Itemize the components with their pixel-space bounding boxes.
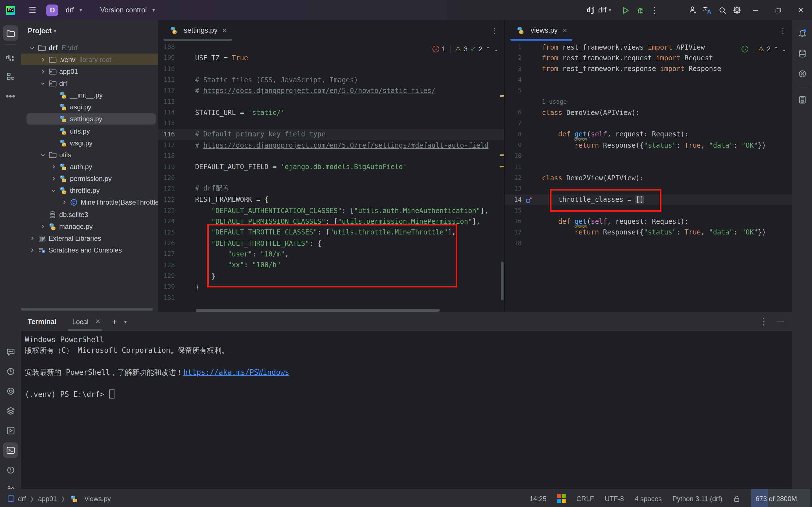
- line-number[interactable]: 114: [158, 109, 175, 116]
- services-icon[interactable]: [3, 423, 18, 438]
- tree-item-drf[interactable]: drfE:\drf: [21, 42, 158, 54]
- code-text[interactable]: from rest_framework.views import APIView: [522, 43, 705, 51]
- line-number[interactable]: 115: [158, 120, 175, 127]
- line-number[interactable]: 129: [158, 272, 175, 280]
- terminal-tab-local[interactable]: Local: [71, 312, 89, 331]
- line-number[interactable]: 16: [505, 218, 522, 225]
- editor-hscrollbar[interactable]: [196, 309, 440, 312]
- notifications-icon[interactable]: [795, 26, 810, 41]
- minimize-button[interactable]: ─: [744, 0, 767, 20]
- debug-button[interactable]: [633, 3, 647, 17]
- line-number[interactable]: 121: [158, 185, 175, 192]
- code-line-122[interactable]: 122REST_FRAMEWORK = {: [158, 194, 504, 205]
- code-text[interactable]: }: [175, 283, 199, 291]
- code-text[interactable]: }: [175, 272, 215, 280]
- code-line-113[interactable]: 113: [158, 96, 504, 107]
- line-number[interactable]: 125: [158, 229, 175, 236]
- close-tab-icon[interactable]: ✕: [222, 27, 227, 34]
- project-name[interactable]: drf: [66, 6, 74, 14]
- line-number[interactable]: 130: [158, 283, 175, 291]
- project-badge[interactable]: D: [47, 4, 58, 16]
- close-tab-icon[interactable]: ✕: [562, 27, 567, 34]
- breadcrumb-file[interactable]: views.py: [85, 495, 111, 503]
- line-number[interactable]: 113: [158, 98, 175, 105]
- cursor-position[interactable]: 14:25: [530, 495, 546, 503]
- code-text[interactable]: "DEFAULT_THROTTLE_RATES": {: [175, 239, 321, 247]
- code-text[interactable]: 1 usage: [522, 98, 567, 106]
- code-line-10[interactable]: 10: [505, 151, 792, 162]
- line-number[interactable]: 120: [158, 174, 175, 181]
- project-hscrollbar[interactable]: [21, 308, 153, 311]
- line-number[interactable]: 6: [505, 109, 522, 116]
- code-text[interactable]: from rest_framework.request import Reque…: [522, 54, 713, 62]
- code-text[interactable]: "xx": "100/h": [175, 261, 280, 269]
- usages-inlay[interactable]: 1 usage: [542, 98, 567, 105]
- terminal-tool-icon[interactable]: [3, 443, 18, 458]
- code-line-4[interactable]: 4: [505, 74, 792, 86]
- inlay-hint[interactable]: 1 usage: [505, 96, 792, 107]
- code-text[interactable]: USE_TZ = True: [175, 54, 248, 62]
- tree-item-utils[interactable]: utils: [21, 149, 158, 161]
- chevron-closed-icon[interactable]: [38, 57, 47, 62]
- code-line-112[interactable]: 112# https://docs.djangoproject.com/en/5…: [158, 86, 504, 96]
- memory-indicator[interactable]: 673 of 2800M: [751, 489, 810, 507]
- code-line-127[interactable]: 127 "user": "10/m",: [158, 248, 504, 260]
- terminal-options-icon[interactable]: ⋮: [759, 316, 768, 327]
- code-line-128[interactable]: 128 "xx": "100/h": [158, 260, 504, 271]
- code-line-12[interactable]: 12class Demo2View(APIView):: [505, 172, 792, 183]
- code-line-7[interactable]: 7: [505, 118, 792, 129]
- chevron-down-icon[interactable]: ▾: [153, 7, 155, 13]
- editor-options-icon[interactable]: ⋮: [779, 26, 787, 35]
- code-line-110[interactable]: 110: [158, 63, 504, 74]
- structure-icon[interactable]: [3, 69, 18, 84]
- history-icon[interactable]: [3, 363, 18, 379]
- tree-item-urls.py[interactable]: urls.py: [21, 125, 158, 137]
- line-number[interactable]: 2: [505, 54, 522, 62]
- code-text[interactable]: REST_FRAMEWORK = {: [175, 196, 268, 204]
- chevron-closed-icon[interactable]: [49, 164, 58, 170]
- line-number[interactable]: 11: [505, 163, 522, 171]
- terminal-line[interactable]: [25, 378, 792, 389]
- line-number[interactable]: 108: [158, 43, 175, 51]
- code-text[interactable]: "DEFAULT_PERMISSION_CLASSES": ["utils.pe…: [175, 218, 480, 225]
- python-console-icon[interactable]: [3, 383, 18, 398]
- line-number[interactable]: 131: [158, 294, 175, 301]
- more-tool-windows-icon[interactable]: •••: [3, 89, 18, 104]
- tree-item-scratches-and-consoles[interactable]: Scratches and Consoles: [21, 244, 158, 256]
- code-line-13[interactable]: 13: [505, 183, 792, 194]
- chevron-down-icon[interactable]: ▾: [79, 7, 82, 13]
- code-line-123[interactable]: 123 "DEFAULT_AUTHENTICATION_CLASSES": ["…: [158, 205, 504, 216]
- line-number[interactable]: 17: [505, 229, 522, 236]
- code-line-109[interactable]: 109USE_TZ = True: [158, 53, 504, 64]
- code-line-130[interactable]: 130}: [158, 281, 504, 292]
- code-line-118[interactable]: 118: [158, 151, 504, 162]
- unlock-icon[interactable]: [733, 495, 740, 503]
- line-number[interactable]: 18: [505, 239, 522, 247]
- code-line-16[interactable]: 16 def get(self, request: Request):: [505, 216, 792, 227]
- django-structure-icon[interactable]: dj: [3, 50, 18, 65]
- more-actions-icon[interactable]: ⋮: [647, 3, 662, 17]
- ai-assistant-icon[interactable]: [795, 66, 810, 81]
- terminal-line[interactable]: 版权所有（C） Microsoft Corporation。保留所有权利。: [25, 345, 792, 356]
- line-number[interactable]: 128: [158, 261, 175, 269]
- line-number[interactable]: 109: [158, 54, 175, 62]
- code-text[interactable]: # Static files (CSS, JavaScript, Images): [175, 76, 358, 84]
- tree-item-.venv[interactable]: .venvlibrary root: [21, 54, 158, 65]
- tree-item-asgi.py[interactable]: asgi.py: [21, 101, 158, 113]
- code-text[interactable]: def get(self, request: Request):: [522, 218, 689, 225]
- chevron-closed-icon[interactable]: [49, 176, 58, 181]
- code-text[interactable]: def get(self, request: Request):: [522, 130, 689, 138]
- line-number[interactable]: 116: [158, 131, 175, 138]
- code-text[interactable]: # Default primary key field type: [175, 130, 325, 138]
- run-configuration[interactable]: dj drf ▾: [587, 6, 613, 14]
- code-text[interactable]: return Response({"status": True, "data":…: [522, 141, 766, 149]
- code-text[interactable]: "user": "10/m",: [175, 250, 289, 258]
- code-text[interactable]: "DEFAULT_THROTTLE_CLASSES": ["utils.thro…: [175, 228, 456, 236]
- tab-views-py[interactable]: views.py ✕: [510, 20, 572, 41]
- chevron-closed-icon[interactable]: [38, 223, 47, 229]
- chevron-open-icon[interactable]: [38, 80, 47, 86]
- tab-settings-py[interactable]: settings.py ✕: [164, 20, 232, 41]
- code-line-126[interactable]: 126 "DEFAULT_THROTTLE_RATES": {: [158, 238, 504, 249]
- code-line-120[interactable]: 120: [158, 172, 504, 183]
- prev-problem-icon[interactable]: ⌃: [485, 45, 490, 53]
